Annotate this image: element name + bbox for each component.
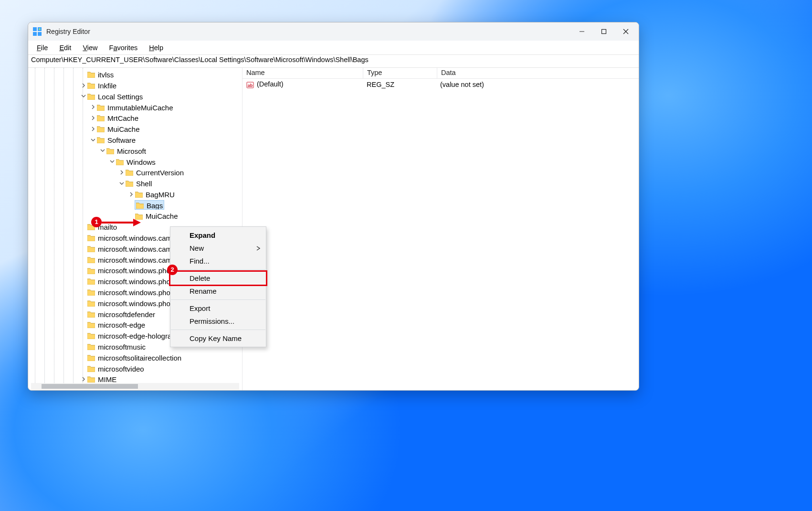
tree-node-label: microsoftvideo: [98, 364, 144, 373]
expand-toggle[interactable]: [118, 179, 126, 187]
tree-node-label: Microsoft: [117, 147, 146, 155]
folder-icon: [87, 321, 95, 328]
tree-node-windows[interactable]: Windows: [28, 156, 242, 167]
tree-node-muicache[interactable]: MuiCache: [28, 123, 242, 134]
scrollbar-thumb[interactable]: [42, 384, 138, 389]
string-value-icon: ab: [246, 81, 254, 89]
expand-toggle[interactable]: [89, 136, 97, 144]
tree-node-label: Shell: [136, 180, 152, 188]
maximize-button[interactable]: [593, 22, 615, 41]
tree-node-software[interactable]: Software: [28, 134, 242, 145]
folder-icon: [136, 202, 144, 209]
menu-file-rest: ile: [41, 44, 48, 52]
value-row[interactable]: ab(Default)REG_SZ(value not set): [243, 79, 639, 90]
folder-icon: [87, 365, 95, 372]
list-header[interactable]: Name Type Data: [243, 68, 639, 79]
expand-toggle[interactable]: [99, 146, 106, 154]
menu-separator: [171, 269, 265, 270]
value-list-pane[interactable]: Name Type Data ab(Default)REG_SZ(value n…: [243, 68, 639, 391]
folder-icon: [87, 289, 95, 296]
submenu-arrow-icon: [256, 245, 260, 252]
folder-icon: [87, 376, 95, 383]
folder-icon: [135, 191, 143, 198]
folder-icon: [87, 267, 95, 274]
menu-item-permissions[interactable]: Permissions...: [170, 315, 266, 328]
expand-toggle[interactable]: [80, 375, 87, 383]
annotation-badge-1: 1: [91, 217, 102, 227]
annotation-badge-2: 2: [167, 265, 178, 275]
folder-icon: [97, 137, 105, 143]
expand-toggle[interactable]: [89, 125, 97, 133]
tree-node-label: microsoftdefender: [98, 310, 155, 318]
header-type[interactable]: Type: [363, 68, 437, 78]
tree-node-label: Bags: [147, 201, 163, 209]
value-name: (Default): [257, 80, 284, 88]
svg-rect-2: [33, 32, 37, 36]
tree-node-itvlss[interactable]: itvlss: [28, 69, 242, 80]
expand-toggle[interactable]: [80, 81, 87, 89]
menu-view[interactable]: View: [78, 43, 102, 53]
tree-node-local-settings[interactable]: Local Settings: [28, 91, 242, 102]
folder-icon: [116, 159, 124, 165]
svg-marker-12: [133, 219, 141, 226]
folder-icon: [87, 256, 95, 263]
header-name[interactable]: Name: [243, 68, 363, 78]
folder-icon: [87, 93, 95, 100]
menu-item-expand[interactable]: Expand: [170, 229, 266, 242]
expand-toggle[interactable]: [80, 92, 87, 100]
svg-rect-6: [602, 30, 606, 34]
tree-node-inkfile[interactable]: Inkfile: [28, 80, 242, 91]
expand-toggle[interactable]: [118, 168, 126, 176]
folder-icon: [126, 169, 133, 176]
titlebar[interactable]: Registry Editor: [28, 22, 639, 41]
tree-node-label: microsoftmusic: [98, 343, 146, 351]
address-bar[interactable]: Computer\HKEY_CURRENT_USER\Software\Clas…: [28, 54, 639, 68]
folder-icon: [87, 245, 95, 252]
close-button[interactable]: [615, 22, 637, 41]
menu-item-new[interactable]: New: [170, 242, 266, 255]
tree-node-label: CurrentVersion: [136, 169, 184, 177]
expand-toggle[interactable]: [108, 157, 116, 165]
value-type: REG_SZ: [363, 80, 436, 89]
context-menu: ExpandNewFind...DeleteRenameExportPermis…: [170, 226, 266, 347]
expand-toggle[interactable]: [127, 190, 135, 198]
tree-node-microsoft[interactable]: Microsoft: [28, 145, 242, 156]
tree-node-immutablemuicache[interactable]: ImmutableMuiCache: [28, 101, 242, 112]
folder-icon: [97, 115, 105, 121]
expand-toggle[interactable]: [89, 103, 97, 111]
menu-item-delete[interactable]: Delete: [170, 272, 266, 285]
registry-editor-window: Registry Editor File Edit View Favorites…: [28, 22, 639, 391]
tree-node-label: microsoftsolitairecollection: [98, 353, 181, 362]
menu-item-export[interactable]: Export: [170, 302, 266, 315]
header-data[interactable]: Data: [437, 68, 639, 78]
tree-node-mrtcache[interactable]: MrtCache: [28, 112, 242, 123]
expand-toggle[interactable]: [89, 114, 97, 122]
svg-text:ab: ab: [248, 83, 253, 88]
value-data: (value not set): [436, 80, 639, 89]
menu-favorites[interactable]: Favorites: [105, 43, 143, 53]
tree-node-bagmru[interactable]: BagMRU: [28, 189, 242, 200]
tree-node-bags[interactable]: Bags: [28, 200, 242, 211]
menu-item-find[interactable]: Find...: [170, 255, 266, 267]
tree-node-label: MIME: [98, 375, 116, 383]
tree-node-shell[interactable]: Shell: [28, 178, 242, 189]
tree-node-label: microsoft-edge: [98, 321, 145, 329]
tree-node-label: BagMRU: [146, 190, 175, 198]
tree-node-label: MuiCache: [146, 212, 178, 220]
minimize-button[interactable]: [571, 22, 593, 41]
tree-node-microsoftvideo[interactable]: microsoftvideo: [28, 363, 242, 374]
menu-help[interactable]: Help: [144, 43, 168, 53]
menu-item-rename[interactable]: Rename: [170, 285, 266, 298]
annotation-arrow: [102, 218, 141, 227]
menu-edit[interactable]: Edit: [54, 43, 76, 53]
folder-icon: [87, 300, 95, 307]
desktop-background: Registry Editor File Edit View Favorites…: [0, 0, 812, 511]
tree-node-label: Software: [107, 136, 136, 144]
menu-file[interactable]: File: [32, 43, 53, 53]
folder-icon: [87, 82, 95, 89]
tree-node-microsoftsolitairecollection[interactable]: microsoftsolitairecollection: [28, 352, 242, 363]
tree-node-label: Windows: [127, 158, 156, 166]
tree-node-currentversion[interactable]: CurrentVersion: [28, 167, 242, 178]
menu-item-copy-key-name[interactable]: Copy Key Name: [170, 332, 266, 345]
tree-hscrollbar[interactable]: [31, 383, 239, 390]
